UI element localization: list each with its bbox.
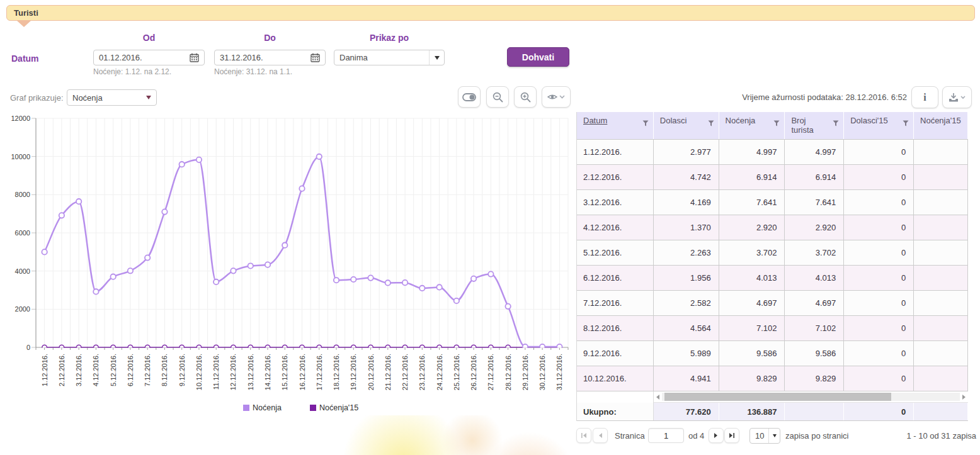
table-cell: 7.641 <box>719 190 785 215</box>
svg-text:Noćenja'15: Noćenja'15 <box>319 403 358 412</box>
table-row[interactable]: 4.12.2016.1.3702.9202.9200 <box>577 215 968 240</box>
table-cell: 7.641 <box>785 190 844 215</box>
table-row[interactable]: 6.12.2016.1.9564.0134.0130 <box>577 266 968 291</box>
table-row[interactable]: 7.12.2016.2.5824.6974.6970 <box>577 291 968 316</box>
filter-icon[interactable] <box>833 119 839 128</box>
svg-text:24.12.2016.: 24.12.2016. <box>436 354 443 390</box>
scrollbar-thumb[interactable] <box>664 393 891 401</box>
table-cell: 4.564 <box>654 316 719 341</box>
svg-text:20.12.2016.: 20.12.2016. <box>367 354 375 390</box>
table-cell: 0 <box>844 291 914 316</box>
table-cell: 7.102 <box>719 316 785 341</box>
table-row[interactable]: 5.12.2016.2.2633.7023.7020 <box>577 240 968 266</box>
table-row[interactable]: 10.12.2016.4.9419.8299.8290 <box>577 366 968 391</box>
table-row[interactable]: 3.12.2016.4.1697.6417.6410 <box>577 190 968 215</box>
table-cell: 4.12.2016. <box>577 215 654 240</box>
panel-pointer <box>17 21 31 27</box>
panel-title: Turisti <box>14 8 38 18</box>
table-cell: 6.914 <box>719 165 785 190</box>
date-from-input[interactable]: 01.12.2016. <box>93 50 205 65</box>
page-prev-button[interactable] <box>593 428 608 443</box>
info-button[interactable]: i <box>911 86 938 108</box>
footer-value: 136.887 <box>719 403 785 420</box>
svg-text:12000: 12000 <box>11 115 30 122</box>
filter-icon[interactable] <box>642 119 649 128</box>
table-cell: 0 <box>844 140 914 165</box>
graf-prikazuje-select[interactable]: Noćenja <box>67 89 157 106</box>
svg-text:19.12.2016.: 19.12.2016. <box>350 354 357 390</box>
table-cell: 4.013 <box>719 266 785 291</box>
table-cell: 0 <box>844 266 914 291</box>
table-cell: 6.914 <box>785 165 844 190</box>
datum-label: Datum <box>11 53 39 64</box>
table-cell: 4.997 <box>719 140 785 165</box>
do-label: Do <box>214 33 326 43</box>
od-note: Noćenje: 1.12. na 2.12. <box>93 67 171 76</box>
zoom-out-button[interactable] <box>486 86 509 108</box>
table-cell: 3.702 <box>719 240 785 266</box>
table-cell: 10.12.2016. <box>577 366 654 391</box>
table-cell <box>914 190 968 215</box>
zoom-in-button[interactable] <box>514 86 537 108</box>
page-next-button[interactable] <box>709 428 724 443</box>
table-row[interactable]: 9.12.2016.5.9899.5869.5860 <box>577 341 968 366</box>
svg-text:8.12.2016.: 8.12.2016. <box>161 354 168 386</box>
filter-icon[interactable] <box>773 119 780 128</box>
column-header-2[interactable]: Noćenja <box>719 112 785 139</box>
page-size-label: zapisa po stranici <box>785 431 848 441</box>
page-last-button[interactable] <box>724 428 739 443</box>
svg-text:2.12.2016.: 2.12.2016. <box>58 354 66 386</box>
panel-header[interactable]: Turisti <box>6 5 975 21</box>
page-size-select[interactable]: 10 <box>749 428 780 444</box>
svg-text:14.12.2016.: 14.12.2016. <box>264 354 271 390</box>
svg-text:4000: 4000 <box>15 267 30 275</box>
page-number-input[interactable]: 1 <box>648 428 684 443</box>
page-first-button[interactable] <box>576 428 591 443</box>
download-button[interactable] <box>942 86 972 108</box>
column-header-4[interactable]: Dolasci'15 <box>844 112 914 139</box>
svg-text:13.12.2016.: 13.12.2016. <box>247 354 254 390</box>
column-header-0[interactable]: Datum <box>577 112 654 139</box>
date-to-input[interactable]: 31.12.2016. <box>214 50 326 65</box>
table-cell: 5.12.2016. <box>577 240 654 266</box>
table-cell: 7.12.2016. <box>577 291 654 316</box>
graf-prikazuje-value: Noćenja <box>67 93 141 103</box>
table-row[interactable]: 2.12.2016.4.7426.9146.9140 <box>577 165 968 190</box>
svg-text:12.12.2016.: 12.12.2016. <box>229 354 237 390</box>
calendar-icon[interactable] <box>190 53 199 62</box>
svg-text:9.12.2016.: 9.12.2016. <box>178 354 186 386</box>
table-cell: 0 <box>844 316 914 341</box>
table-cell <box>914 366 968 391</box>
scroll-right-arrow[interactable] <box>960 395 968 400</box>
chevron-down-icon <box>768 429 780 443</box>
footer-value <box>785 403 844 420</box>
chart-toggle-button[interactable] <box>458 86 481 108</box>
svg-text:3.12.2016.: 3.12.2016. <box>75 354 83 386</box>
table-cell: 2.263 <box>654 240 719 266</box>
svg-text:22.12.2016.: 22.12.2016. <box>401 354 409 390</box>
column-header-1[interactable]: Dolasci <box>654 112 719 139</box>
svg-text:6000: 6000 <box>15 229 30 237</box>
column-header-3[interactable]: Broj turista <box>785 112 844 139</box>
svg-text:15.12.2016.: 15.12.2016. <box>281 354 288 390</box>
prikaz-po-label: Prikaz po <box>334 33 445 43</box>
scroll-left-arrow[interactable] <box>654 395 662 400</box>
table-cell: 0 <box>844 366 914 391</box>
chart-visibility-button[interactable] <box>542 86 571 108</box>
svg-text:16.12.2016.: 16.12.2016. <box>299 354 306 390</box>
svg-text:11.12.2016.: 11.12.2016. <box>212 354 220 390</box>
table-cell: 7.102 <box>785 316 844 341</box>
dohvati-button[interactable]: Dohvati <box>507 47 569 67</box>
prikaz-po-select[interactable]: Danima <box>334 50 445 65</box>
horizontal-scrollbar[interactable] <box>654 391 968 403</box>
table-row[interactable]: 8.12.2016.4.5647.1027.1020 <box>577 316 968 341</box>
table-cell: 9.829 <box>719 366 785 391</box>
do-note: Noćenje: 31.12. na 1.1. <box>214 67 292 76</box>
calendar-icon[interactable] <box>311 53 320 62</box>
table-row[interactable]: 1.12.2016.2.9774.9974.9970 <box>577 140 968 165</box>
column-header-5[interactable]: Noćenja'15 <box>914 112 968 139</box>
svg-text:26.12.2016.: 26.12.2016. <box>470 354 477 390</box>
svg-text:10.12.2016.: 10.12.2016. <box>195 354 203 390</box>
filter-icon[interactable] <box>708 119 714 128</box>
filter-icon[interactable] <box>903 119 909 128</box>
